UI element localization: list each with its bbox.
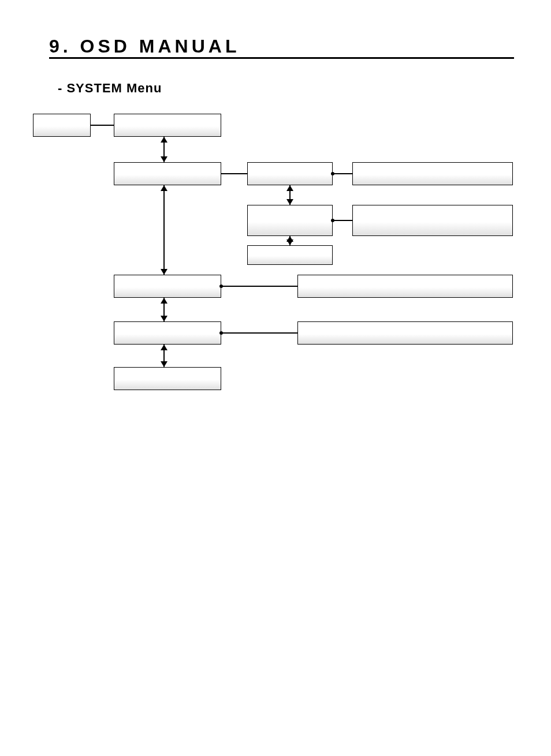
arrow-up-icon (161, 137, 167, 143)
connector-line (221, 332, 297, 334)
diagram-box-b8 (247, 245, 333, 265)
connector-line (221, 286, 297, 287)
arrow-down-icon (161, 156, 167, 162)
diagram-box-b6 (247, 205, 333, 236)
arrow-down-icon (161, 361, 167, 367)
arrow-down-icon (161, 316, 167, 321)
diagram-box-b3 (114, 162, 221, 185)
connector-dot (219, 331, 223, 335)
connector-line (91, 125, 114, 126)
diagram-box-b2 (114, 114, 221, 137)
connector-line (163, 185, 165, 275)
arrow-down-icon (286, 199, 293, 205)
arrow-up-icon (161, 185, 167, 191)
diagram-box-b10 (297, 275, 513, 298)
arrow-up-icon (161, 298, 167, 304)
connector-line (221, 173, 247, 174)
diagram-box-b5 (352, 162, 513, 185)
connector-dot (219, 285, 223, 288)
arrow-up-icon (161, 345, 167, 350)
arrow-up-icon (286, 185, 293, 191)
diagram-box-b7 (352, 205, 513, 236)
diagram-box-b1 (33, 114, 91, 137)
diagram-box-b13 (114, 367, 221, 390)
diagram-box-b9 (114, 275, 221, 298)
diagram-box-b4 (247, 162, 333, 185)
arrow-down-icon (161, 269, 167, 275)
system-menu-diagram (0, 0, 551, 756)
arrow-down-icon (286, 239, 293, 245)
connector-dot (331, 219, 334, 222)
diagram-box-b11 (114, 321, 221, 345)
connector-line (333, 220, 352, 221)
connector-line (333, 173, 352, 174)
connector-dot (331, 172, 334, 175)
diagram-box-b12 (297, 321, 513, 345)
